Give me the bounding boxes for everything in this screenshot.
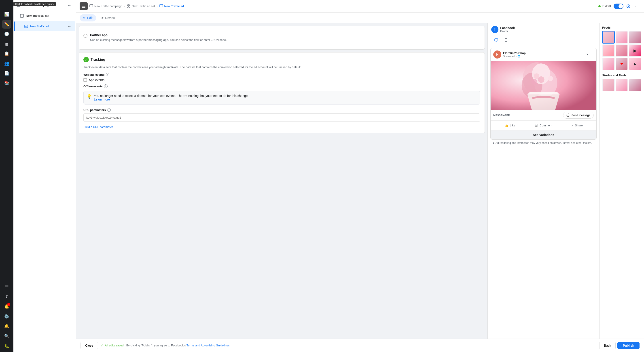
share-button[interactable]: ↗ Share bbox=[560, 122, 594, 129]
sidebar-icon-search[interactable]: 🔍 bbox=[2, 332, 11, 340]
edit-review-tabs: ✏ Edit 👁 Review bbox=[76, 12, 644, 23]
header-more-button[interactable]: ··· bbox=[633, 3, 640, 10]
thumb-item-8[interactable]: ❤ bbox=[616, 58, 628, 70]
thumb-story-1[interactable] bbox=[602, 79, 615, 91]
svg-point-28 bbox=[538, 76, 544, 83]
like-button[interactable]: 👍 Like bbox=[493, 122, 527, 129]
sidebar-icon-layers[interactable]: 📋 bbox=[2, 49, 11, 58]
like-icon: 👍 bbox=[505, 124, 508, 127]
preview-tabs bbox=[488, 36, 599, 45]
learn-more-link[interactable]: Learn more bbox=[94, 98, 110, 101]
back-button[interactable]: Back bbox=[599, 342, 616, 349]
ad-sponsored: Sponsored · 🌐 bbox=[503, 55, 584, 58]
partner-app-option[interactable]: Partner app Use an existing message flow… bbox=[84, 31, 480, 45]
build-url-link[interactable]: Build a URL parameter bbox=[84, 125, 113, 129]
thumb-item-7[interactable] bbox=[602, 58, 615, 70]
breadcrumb-ad-icon bbox=[160, 4, 163, 8]
messenger-icon: 💬 bbox=[566, 113, 570, 117]
sidebar-icon-grid[interactable]: ▦ bbox=[2, 39, 11, 48]
sidebar-icon-edit[interactable]: ✏️ bbox=[2, 20, 11, 29]
thumb-story-2[interactable] bbox=[616, 79, 628, 91]
breadcrumb-ad[interactable]: New Traffic ad bbox=[160, 4, 184, 8]
thumb-image-3 bbox=[629, 31, 641, 43]
terms-period: . bbox=[230, 344, 232, 347]
thumb-item-5[interactable] bbox=[616, 44, 628, 57]
thumb-image-5 bbox=[616, 45, 628, 56]
sidebar-icon-settings[interactable]: ⚙️ bbox=[2, 312, 11, 321]
breadcrumb-campaign-label: New Traffic campaign bbox=[94, 4, 122, 8]
adset-more-button[interactable]: ··· bbox=[67, 13, 72, 18]
tab-review[interactable]: 👁 Review bbox=[97, 14, 119, 21]
publish-button[interactable]: Publish bbox=[618, 342, 640, 349]
thumb-item-4[interactable] bbox=[602, 44, 615, 57]
url-params-input[interactable] bbox=[84, 113, 480, 122]
nav-adset[interactable]: New Traffic ad set ··· bbox=[14, 11, 75, 21]
see-variations-button[interactable]: See Variations bbox=[490, 130, 596, 139]
document-icon: 📄 bbox=[4, 71, 9, 76]
adset-label: New Traffic ad set bbox=[26, 14, 67, 17]
ad-messenger-bar: MESSENGER 💬 Send message bbox=[490, 110, 596, 120]
breadcrumb-campaign[interactable]: New Traffic campaign bbox=[90, 4, 122, 8]
sidebar-icon-clock[interactable]: 🕐 bbox=[2, 29, 11, 38]
website-events-info-icon[interactable]: i bbox=[106, 73, 109, 76]
svg-rect-7 bbox=[82, 5, 86, 5]
thumb-image-8: ❤ bbox=[616, 58, 628, 70]
svg-marker-25 bbox=[528, 92, 560, 94]
thumb-item-3[interactable] bbox=[629, 31, 641, 43]
sidebar-icon-bug[interactable]: 🐛 bbox=[2, 341, 11, 350]
ad-close-button[interactable]: ✕ bbox=[586, 53, 589, 56]
header-right: In draft ··· bbox=[598, 3, 640, 10]
sidebar-icon-notification[interactable]: 🔔 1 bbox=[2, 302, 11, 311]
thumb-item-6[interactable]: ▶ bbox=[629, 44, 641, 57]
sidebar-icon-layers2[interactable]: 📚 bbox=[2, 79, 11, 88]
svg-point-30 bbox=[531, 79, 537, 85]
sidebar-icon-bell[interactable]: 🔔 bbox=[2, 322, 11, 331]
checkmark-saved-icon: ✓ bbox=[100, 343, 104, 348]
offline-events-info-icon[interactable]: i bbox=[104, 84, 108, 88]
thumb-item-2[interactable] bbox=[616, 31, 628, 43]
info-box-text: You no longer need to select a domain fo… bbox=[94, 94, 248, 98]
ad-header-actions: ✕ ⋮ bbox=[586, 53, 594, 56]
list-icon: ☰ bbox=[5, 284, 9, 289]
nav-ad[interactable]: New Traffic ad ··· bbox=[14, 21, 75, 31]
app-events-checkbox[interactable] bbox=[84, 78, 87, 82]
campaign-more-button[interactable]: ··· bbox=[67, 2, 72, 8]
sidebar-icon-question[interactable]: ? bbox=[2, 292, 11, 301]
breadcrumb-adset[interactable]: New Traffic ad set bbox=[127, 4, 155, 8]
globe-icon: 🌐 bbox=[518, 55, 520, 58]
sidebar-toggle-button[interactable] bbox=[80, 2, 88, 10]
preview-tab-desktop[interactable] bbox=[491, 36, 501, 45]
sidebar-icon-list[interactable]: ☰ bbox=[2, 282, 11, 291]
partner-app-radio[interactable] bbox=[84, 34, 88, 38]
sidebar-icon-document[interactable]: 📄 bbox=[2, 69, 11, 78]
comment-button[interactable]: 💬 Comment bbox=[527, 122, 560, 129]
sidebar-icon-people[interactable]: 👥 bbox=[2, 59, 11, 68]
bottom-right: Back Publish bbox=[599, 342, 640, 349]
thumb-item-9[interactable]: ▶ bbox=[629, 58, 641, 70]
send-message-button[interactable]: 💬 Send message bbox=[563, 112, 594, 119]
question-icon: ? bbox=[6, 295, 8, 299]
preview-tab-mobile[interactable] bbox=[501, 36, 511, 45]
saved-label: All edits saved bbox=[105, 344, 124, 347]
tracking-header: ✓ Tracking bbox=[84, 57, 480, 62]
ad-icon bbox=[24, 24, 28, 29]
feeds-section-title: Feeds bbox=[602, 26, 641, 29]
ad-more-button[interactable]: ⋮ bbox=[590, 53, 594, 56]
clock-icon: 🕐 bbox=[4, 31, 9, 36]
draft-toggle[interactable] bbox=[614, 3, 624, 9]
website-events-label: Website events i bbox=[84, 73, 480, 76]
thumb-item-1[interactable] bbox=[602, 31, 615, 43]
preview-platform-label: Facebook Feeds bbox=[500, 26, 515, 33]
offline-events-text: Offline events bbox=[84, 85, 103, 88]
tab-edit[interactable]: ✏ Edit bbox=[80, 14, 96, 21]
sidebar-icon-chart[interactable]: 📊 bbox=[2, 10, 11, 19]
thumb-story-3[interactable] bbox=[629, 79, 641, 91]
close-button[interactable]: Close bbox=[80, 342, 98, 349]
lightbulb-icon: 💡 bbox=[87, 94, 92, 101]
url-params-info-icon[interactable]: i bbox=[107, 108, 111, 112]
tracking-desc: Track event data sets that contain the c… bbox=[84, 65, 480, 69]
settings-icon: ⚙️ bbox=[4, 314, 9, 319]
thumb-image-9: ▶ bbox=[629, 58, 641, 70]
ad-more-button[interactable]: ··· bbox=[67, 23, 72, 29]
terms-link[interactable]: Terms and Advertising Guidelines bbox=[186, 344, 230, 347]
